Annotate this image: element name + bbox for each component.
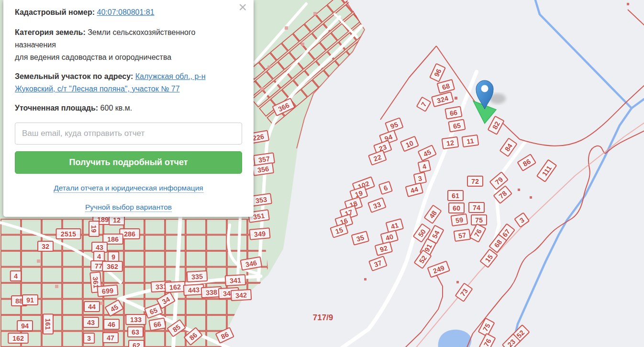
svg-text:72: 72 bbox=[471, 178, 479, 185]
cadastral-number-link[interactable]: 40:07:080801:81 bbox=[97, 8, 155, 16]
parcel-label[interactable]: 59 bbox=[451, 214, 468, 226]
svg-text:63: 63 bbox=[132, 328, 139, 336]
parcel-label[interactable]: 162 bbox=[165, 281, 186, 292]
svg-text:186: 186 bbox=[107, 235, 119, 243]
parcel-label[interactable]: 342 bbox=[231, 290, 252, 301]
parcel-label[interactable]: 717/9 bbox=[313, 313, 333, 322]
parcel-label[interactable]: 3 bbox=[84, 333, 95, 343]
svg-text:66: 66 bbox=[153, 320, 162, 329]
svg-text:4: 4 bbox=[97, 253, 101, 260]
svg-text:94: 94 bbox=[21, 322, 29, 330]
parcel-label[interactable]: 94 bbox=[17, 321, 33, 331]
parcel-label[interactable]: 162 bbox=[8, 333, 28, 343]
address-row: Земельный участок по адресу: Калужская о… bbox=[15, 70, 228, 95]
svg-text:60: 60 bbox=[453, 204, 460, 212]
parcel-label[interactable]: 133 bbox=[126, 314, 146, 325]
parcel-label[interactable]: 4 bbox=[418, 160, 431, 172]
parcel-label[interactable]: 699 bbox=[97, 285, 118, 297]
svg-text:61: 61 bbox=[452, 192, 459, 200]
parcel-label[interactable]: 3 bbox=[414, 172, 426, 184]
parcel-label[interactable]: 19 bbox=[89, 221, 99, 236]
report-details-link[interactable]: Детали отчета и юридическая информация bbox=[54, 184, 203, 193]
svg-text:43: 43 bbox=[96, 244, 103, 251]
parcel-label[interactable]: 43 bbox=[83, 317, 99, 327]
parcel-label[interactable]: 47 bbox=[103, 333, 118, 343]
svg-text:353: 353 bbox=[255, 195, 267, 204]
svg-text:161: 161 bbox=[44, 318, 52, 330]
email-input[interactable] bbox=[15, 123, 242, 145]
land-use-value: для ведения садоводства и огородничества bbox=[15, 51, 225, 64]
area-label: Уточненная площадь: bbox=[15, 104, 98, 112]
parcel-label[interactable]: 356 bbox=[253, 163, 274, 176]
svg-text:62: 62 bbox=[133, 342, 140, 347]
parcel-label[interactable]: 91 bbox=[22, 295, 38, 305]
svg-text:32: 32 bbox=[42, 243, 49, 250]
svg-text:9: 9 bbox=[111, 253, 115, 261]
parcel-label[interactable]: 161 bbox=[43, 314, 53, 334]
parcel-info-panel: × Кадастровый номер: 40:07:080801:81 Кат… bbox=[3, 0, 254, 217]
parcel-label[interactable]: 4 bbox=[94, 251, 105, 261]
svg-text:66: 66 bbox=[449, 109, 458, 118]
parcel-label[interactable]: 57 bbox=[454, 229, 471, 241]
cadastral-number-label: Кадастровый номер: bbox=[15, 8, 95, 16]
parcel-label[interactable]: 61 bbox=[448, 190, 463, 201]
svg-text:362: 362 bbox=[107, 263, 118, 270]
parcel-label[interactable]: 11 bbox=[462, 135, 479, 147]
svg-text:12: 12 bbox=[446, 139, 455, 147]
svg-text:717/9: 717/9 bbox=[313, 313, 333, 322]
svg-text:65: 65 bbox=[453, 122, 462, 131]
parcel-label[interactable]: 60 bbox=[449, 203, 464, 213]
svg-text:57: 57 bbox=[458, 231, 466, 240]
parcel-label[interactable]: 443 bbox=[184, 284, 204, 295]
parcel-label[interactable]: 9 bbox=[108, 252, 119, 262]
svg-text:2515: 2515 bbox=[61, 230, 76, 238]
parcel-label[interactable]: 65 bbox=[448, 119, 465, 132]
parcel-label[interactable]: 63 bbox=[128, 327, 143, 337]
svg-text:335: 335 bbox=[191, 272, 203, 280]
map-pin-dot bbox=[481, 85, 489, 92]
parcel-label[interactable]: 66 bbox=[445, 106, 462, 119]
parcel-label[interactable]: 75 bbox=[471, 215, 487, 225]
manual-selection-link[interactable]: Ручной выбор вариантов bbox=[85, 203, 172, 212]
svg-text:47: 47 bbox=[107, 334, 114, 342]
parcel-label[interactable]: 66 bbox=[149, 318, 166, 330]
svg-text:59: 59 bbox=[455, 216, 464, 224]
svg-text:338: 338 bbox=[205, 288, 217, 296]
parcel-label[interactable]: 43 bbox=[92, 242, 107, 252]
svg-text:4: 4 bbox=[14, 272, 18, 280]
svg-text:3: 3 bbox=[87, 335, 91, 342]
area-row: Уточненная площадь: 600 кв.м. bbox=[15, 102, 242, 114]
svg-text:43: 43 bbox=[87, 319, 95, 326]
parcel-label[interactable]: 335 bbox=[187, 271, 208, 282]
parcel-label[interactable]: 44 bbox=[84, 302, 100, 312]
parcel-label[interactable]: 74 bbox=[469, 202, 484, 213]
svg-text:44: 44 bbox=[88, 303, 96, 311]
svg-text:356: 356 bbox=[257, 165, 269, 174]
svg-text:75: 75 bbox=[475, 216, 483, 224]
parcel-label[interactable]: 46 bbox=[104, 319, 119, 329]
area-value: 600 кв.м. bbox=[100, 104, 133, 112]
parcel-label[interactable]: 349 bbox=[249, 228, 270, 240]
svg-text:19: 19 bbox=[90, 225, 98, 233]
svg-text:357: 357 bbox=[258, 155, 270, 164]
close-icon[interactable]: × bbox=[238, 0, 247, 14]
svg-text:349: 349 bbox=[254, 230, 266, 238]
svg-text:286: 286 bbox=[124, 230, 135, 238]
parcel-label[interactable]: 62 bbox=[129, 340, 144, 347]
land-category-label: Категория земель: bbox=[15, 28, 86, 36]
parcel-label[interactable]: 32 bbox=[38, 241, 53, 251]
parcel-label[interactable]: 362 bbox=[102, 261, 122, 271]
svg-text:77: 77 bbox=[95, 262, 102, 270]
parcel-label[interactable]: 341 bbox=[225, 275, 246, 286]
parcel-label[interactable]: 353 bbox=[251, 193, 272, 206]
parcel-label[interactable]: 12 bbox=[442, 137, 459, 149]
parcel-label[interactable]: 72 bbox=[467, 176, 483, 186]
get-report-button[interactable]: Получить подробный отчет bbox=[15, 151, 242, 174]
cadastral-number-row: Кадастровый номер: 40:07:080801:81 bbox=[15, 6, 242, 19]
svg-text:88: 88 bbox=[15, 297, 23, 305]
parcel-label[interactable]: 4 bbox=[11, 271, 22, 281]
parcel-label[interactable]: 2515 bbox=[56, 229, 81, 239]
land-category-row: Категория земель: Земли сельскохозяйстве… bbox=[15, 26, 225, 64]
svg-text:133: 133 bbox=[130, 316, 142, 324]
address-label: Земельный участок по адресу: bbox=[15, 72, 133, 80]
